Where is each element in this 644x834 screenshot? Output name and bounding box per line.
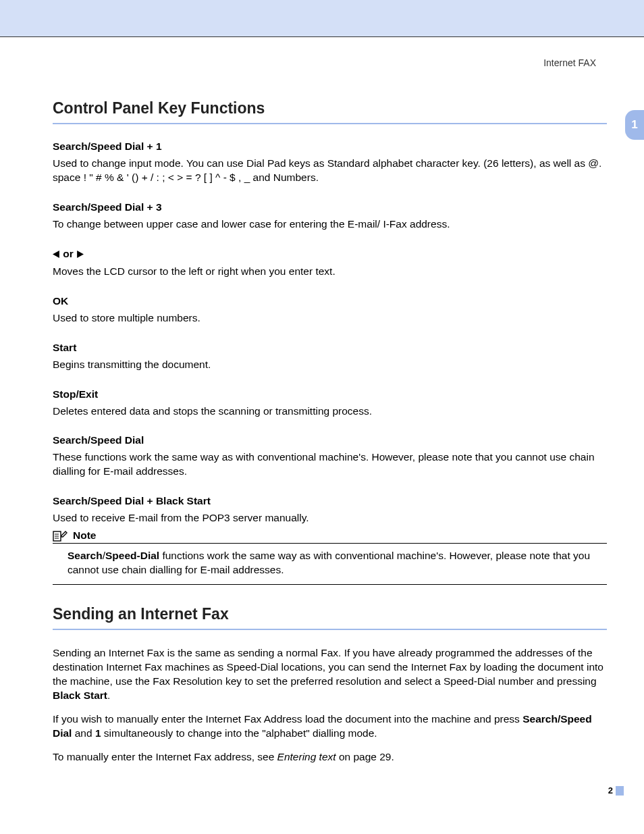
running-header: Internet FAX [53, 57, 607, 68]
note-body: Search/Speed-Dial functions work the sam… [53, 544, 607, 585]
item-7: Search/Speed Dial + Black Start Used to … [53, 495, 607, 525]
item-body: Deletes entered data and stops the scann… [53, 405, 607, 419]
p1-post: . [107, 689, 110, 701]
note-block: Note Search/Speed-Dial functions work th… [53, 529, 607, 585]
p1-pre: Sending an Internet Fax is the same as s… [53, 647, 603, 687]
page-content: Internet FAX 1 Control Panel Key Functio… [0, 37, 644, 814]
para-3: To manually enter the Internet Fax addre… [53, 750, 607, 764]
item-head: Search/Speed Dial + 3 [53, 201, 607, 213]
item-head-arrows: or [53, 248, 607, 261]
item-1: Search/Speed Dial + 3 To change between … [53, 201, 607, 232]
svg-marker-6 [61, 531, 67, 537]
item-2: or Moves the LCD cursor to the left or r… [53, 248, 607, 279]
p3-pre: To manually enter the Internet Fax addre… [53, 751, 277, 762]
p2-post: simultaneously to change into the "alpha… [101, 727, 377, 739]
note-label: Note [73, 529, 96, 542]
svg-marker-0 [53, 251, 59, 258]
chapter-tab: 1 [625, 110, 644, 140]
p1-bold: Black Start [53, 689, 107, 701]
item-head: Stop/Exit [53, 388, 607, 400]
item-body: Used to receive E-mail from the POP3 ser… [53, 511, 607, 525]
item-0: Search/Speed Dial + 1 Used to change inp… [53, 140, 607, 185]
item-body: Moves the LCD cursor to the left or righ… [53, 265, 607, 279]
item-body: To change between upper case and lower c… [53, 217, 607, 232]
note-header: Note [53, 529, 607, 544]
or-text: or [63, 248, 76, 259]
page-number: 2 [608, 785, 613, 796]
item-body: Begins transmitting the document. [53, 358, 607, 372]
item-body: Used to store multiple numbers. [53, 311, 607, 325]
triangle-left-icon [53, 249, 60, 261]
item-4: Start Begins transmitting the document. [53, 342, 607, 372]
note-icon [53, 529, 68, 542]
section-heading-control-panel: Control Panel Key Functions [53, 99, 607, 124]
note-bold-1: Search [68, 550, 103, 561]
item-head: OK [53, 295, 607, 307]
p2-pre: If you wish to manually enter the Intern… [53, 713, 522, 725]
item-head: Search/Speed Dial [53, 434, 607, 446]
top-bar [0, 0, 644, 36]
p3-italic: Entering text [277, 751, 336, 762]
p3-post: on page 29. [336, 751, 394, 762]
item-body: Used to change input mode. You can use D… [53, 157, 607, 185]
page-number-accent [616, 786, 624, 796]
svg-marker-1 [77, 251, 84, 258]
item-5: Stop/Exit Deletes entered data and stops… [53, 388, 607, 419]
p2-mid1: and [72, 727, 95, 739]
item-6: Search/Speed Dial These functions work t… [53, 434, 607, 479]
triangle-right-icon [76, 249, 84, 261]
item-head: Search/Speed Dial + Black Start [53, 495, 607, 507]
item-body: These functions work the same way as wit… [53, 450, 607, 479]
para-1: Sending an Internet Fax is the same as s… [53, 646, 607, 703]
item-3: OK Used to store multiple numbers. [53, 295, 607, 325]
p2-b2: 1 [95, 727, 101, 739]
note-bold-2: Speed-Dial [105, 550, 159, 561]
para-2: If you wish to manually enter the Intern… [53, 712, 607, 741]
section-heading-sending: Sending an Internet Fax [53, 605, 607, 630]
item-head: Start [53, 342, 607, 354]
item-head: Search/Speed Dial + 1 [53, 140, 607, 153]
